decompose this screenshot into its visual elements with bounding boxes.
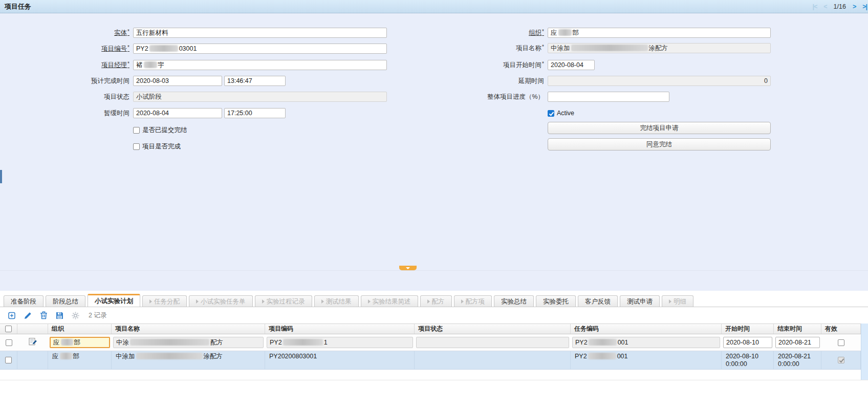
row1-end-cell: 2020-08-21 [774,337,821,348]
title-bar: 项目任务 |< < 1/16 > >| [0,0,868,13]
col-header-org[interactable]: 组织 [48,324,112,334]
project-form-panel: 实体 五行新材料 项目编号 PY203001 项目经理 褚宇 预计完成时间 20… [0,13,868,291]
row1-end-input[interactable]: 2020-08-21 [775,337,820,348]
progress-label: 整体项目进度（%） [385,93,548,101]
pause-time-field[interactable]: 17:25:00 [224,108,286,118]
project-no-label: 项目编号 [0,45,133,53]
tab-阶段总结[interactable]: 阶段总结 [46,295,85,307]
submitted-checkbox[interactable] [133,127,140,134]
tab-label: 客户反馈 [585,296,611,307]
row2-select-checkbox[interactable] [5,357,12,363]
row1-valid-checkbox[interactable] [838,339,844,346]
row1-status-cell [415,337,571,348]
grid-scrollbar[interactable] [861,324,868,380]
agree-finish-button[interactable]: 同意完结 [548,138,771,150]
pause-date-field[interactable]: 2020-08-04 [133,108,222,118]
row1-code-suffix: 1 [324,339,328,346]
panel-edge-handle[interactable] [0,170,2,183]
submitted-checkbox-row: 是否已提交完结 [133,125,187,135]
tab-实验总结[interactable]: 实验总结 [494,295,534,307]
save-record-icon[interactable] [56,312,63,319]
col-header-valid[interactable]: 有效 [821,324,861,334]
project-no-prefix: PY2 [136,45,148,52]
next-record-icon[interactable]: > [853,3,856,10]
table-row[interactable]: 应部 中涂加涂配方 PY20200803001 PY2001 2020-08-1… [0,351,861,370]
redaction-blur [60,353,72,359]
row-select-cell [0,351,17,369]
edit-record-icon[interactable] [24,312,32,319]
detail-tab-strip: 准备阶段阶段总结小试实验计划任务分配小试实验任务单实验过程记录测试结果实验结果简… [0,295,868,307]
org-label: 组织 [385,29,548,37]
row1-task-prefix: PY2 [575,339,588,346]
status-label: 项目状态 [0,93,133,101]
finish-request-button-row: 完结项目申请 [548,123,771,133]
tab-label: 实验委托 [543,296,569,307]
row1-org-input[interactable]: 应部 [50,337,110,348]
tab-label: 明细 [674,296,686,307]
redaction-blur [571,45,648,51]
col-header-end-time[interactable]: 结束时间 [774,324,821,334]
org-suffix: 部 [573,29,579,36]
tab-label: 小试实验任务单 [201,296,246,307]
submitted-checkbox-label: 是否已提交完结 [142,126,187,135]
row2-name-suffix: 涂配方 [204,353,223,360]
col-header-task-code[interactable]: 任务编码 [571,324,722,334]
row1-start-input[interactable]: 2020-08-10 [723,337,772,348]
col-header-project-code[interactable]: 项目编码 [265,324,415,334]
active-checkbox[interactable] [548,110,554,117]
field-row-project-name: 项目名称 中涂加涂配方 [385,43,771,53]
prev-record-icon[interactable]: < [823,3,827,10]
table-row-edit[interactable]: 应部 中涂配方 PY21 PY2001 2020-08-10 2020-08-2… [0,334,861,351]
row1-select-checkbox[interactable] [6,339,12,346]
col-header-start-time[interactable]: 开始时间 [722,324,774,334]
tab-label: 实验总结 [501,296,527,307]
tab-实验委托[interactable]: 实验委托 [536,295,576,307]
row1-org-prefix: 应 [53,339,60,346]
org-field[interactable]: 应部 [548,28,771,38]
tab-小试实验计划[interactable]: 小试实验计划 [88,294,140,307]
project-no-field[interactable]: PY203001 [133,44,387,54]
last-record-icon[interactable]: >| [862,3,867,10]
row2-valid-cell [821,351,861,369]
tab-配方: 配方 [420,295,452,307]
detail-applet-panel: 准备阶段阶段总结小试实验计划任务分配小试实验任务单实验过程记录测试结果实验结果简… [0,291,868,409]
new-record-icon[interactable] [8,312,16,319]
field-row-org: 组织 应部 [385,28,771,38]
entity-field[interactable]: 五行新材料 [133,28,387,38]
finish-request-button[interactable]: 完结项目申请 [548,122,771,134]
row1-code-prefix: PY2 [270,339,282,346]
progress-field[interactable] [548,92,669,102]
redaction-blur [589,339,617,346]
field-row-delay: 延期时间 0 [385,76,771,86]
agree-finish-button-row: 同意完结 [548,139,771,149]
tab-测试结果: 测试结果 [314,295,359,307]
field-row-manager: 项目经理 褚宇 [0,60,387,70]
row1-task-suffix: 001 [618,339,628,346]
col-header-project-status[interactable]: 项目状态 [415,324,571,334]
planned-finish-time-field[interactable]: 13:46:47 [224,76,286,86]
tab-测试申请[interactable]: 测试申请 [620,295,660,307]
row1-name-input: 中涂配方 [113,337,264,348]
field-row-progress: 整体项目进度（%） [385,92,669,102]
field-row-status: 项目状态 小试阶段 [0,92,387,102]
project-name-field: 中涂加涂配方 [548,43,771,53]
planned-finish-date-field[interactable]: 2020-08-03 [133,76,222,86]
row-status-header-cell [17,324,48,334]
row1-task-input: PY2001 [572,337,720,348]
delete-record-icon[interactable] [40,311,48,319]
row1-status-input [416,337,569,348]
collapse-splitter-handle[interactable] [399,266,417,270]
first-record-icon[interactable]: |< [812,3,817,10]
select-all-checkbox[interactable] [5,326,12,332]
redaction-blur [149,45,178,52]
done-checkbox[interactable] [133,143,140,150]
start-date-field[interactable]: 2020-08-04 [548,60,595,70]
redaction-blur [130,339,209,346]
manager-field[interactable]: 褚宇 [133,60,387,70]
record-count: 2 记录 [89,311,106,320]
tab-客户反馈[interactable]: 客户反馈 [578,295,618,307]
tab-准备阶段[interactable]: 准备阶段 [4,295,44,307]
redaction-blur [558,29,572,36]
col-header-project-name[interactable]: 项目名称 [112,324,265,334]
org-prefix: 应 [551,29,557,36]
